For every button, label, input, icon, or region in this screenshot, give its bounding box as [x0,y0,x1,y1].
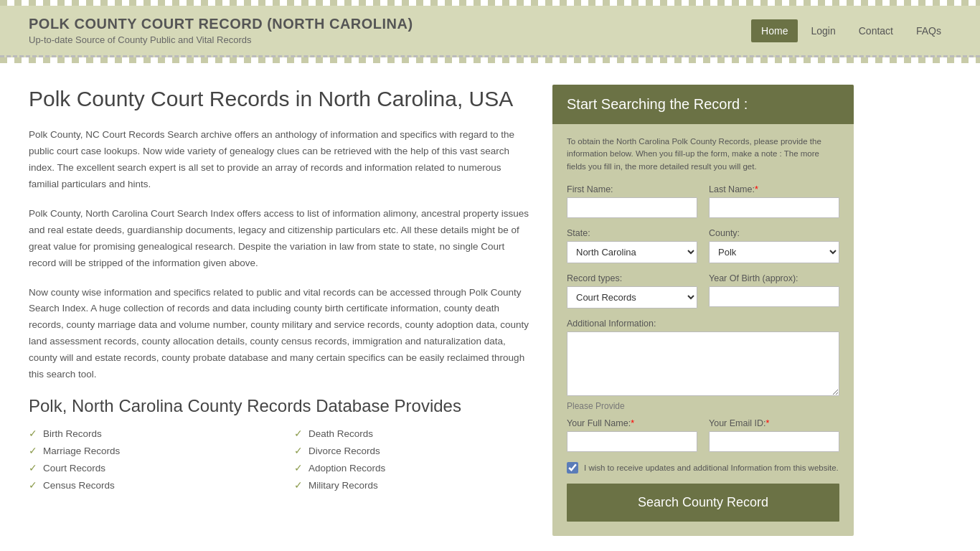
records-list: ✓ Birth Records ✓ Death Records ✓ Marria… [29,428,531,491]
site-title: POLK COUNTY COURT RECORD (NORTH CAROLINA… [29,16,413,32]
first-name-label: First Name: [567,184,697,194]
year-of-birth-input[interactable] [709,286,839,307]
list-item: ✓ Census Records [29,479,265,491]
nav-faqs[interactable]: FAQs [906,19,951,42]
state-group: State: North Carolina Alabama Alaska Ari… [567,228,697,263]
main-container: Polk County Court Records in North Carol… [0,63,980,551]
list-item: ✓ Court Records [29,462,265,474]
additional-info-label: Additional Information: [567,319,839,329]
record-label: Military Records [308,480,378,491]
record-label: Divorce Records [308,446,380,456]
last-name-input[interactable] [709,197,839,218]
page-title: Polk County Court Records in North Carol… [29,85,531,113]
check-icon: ✓ [294,428,303,439]
additional-info-textarea[interactable] [567,331,839,396]
paragraph-2: Polk County, North Carolina Court Search… [29,206,531,272]
record-label: Marriage Records [43,446,120,456]
email-input[interactable] [709,431,839,452]
county-select[interactable]: Polk Alamance Alexander [709,241,839,263]
check-icon: ✓ [29,428,37,439]
record-year-row: Record types: Court Records Birth Record… [567,273,839,309]
check-icon: ✓ [29,445,37,456]
list-item: ✓ Adoption Records [294,462,531,474]
list-item: ✓ Birth Records [29,428,265,439]
last-name-group: Last Name:* [709,184,839,218]
record-types-group: Record types: Court Records Birth Record… [567,273,697,309]
email-label: Your Email ID:* [709,418,839,428]
search-form-container: Start Searching the Record : To obtain t… [552,85,854,536]
paragraph-3: Now county wise information and specific… [29,285,531,384]
record-types-label: Record types: [567,273,697,283]
year-of-birth-group: Year Of Birth (approx): [709,273,839,309]
section-title: Polk, North Carolina County Records Data… [29,396,531,416]
paragraph-1: Polk County, NC Court Records Search arc… [29,127,531,193]
email-group: Your Email ID:* [709,418,839,452]
form-header: Start Searching the Record : [552,85,854,124]
list-item: ✓ Marriage Records [29,445,265,456]
record-label: Birth Records [43,428,102,439]
record-types-select[interactable]: Court Records Birth Records Death Record… [567,286,697,309]
site-header: POLK COUNTY COURT RECORD (NORTH CAROLINA… [0,6,980,57]
site-subtitle: Up-to-date Source of County Public and V… [29,34,413,45]
contact-row: Your Full Name:* Your Email ID:* [567,418,839,452]
check-icon: ✓ [294,479,303,491]
header-bottom-border [0,57,980,63]
list-item: ✓ Death Records [294,428,531,439]
year-of-birth-label: Year Of Birth (approx): [709,273,839,283]
record-label: Adoption Records [308,463,385,474]
full-name-group: Your Full Name:* [567,418,697,452]
state-county-row: State: North Carolina Alabama Alaska Ari… [567,228,839,263]
full-name-label: Your Full Name:* [567,418,697,428]
nav-contact[interactable]: Contact [849,19,903,42]
header-left: POLK COUNTY COURT RECORD (NORTH CAROLINA… [29,16,413,45]
left-content: Polk County Court Records in North Carol… [29,85,531,536]
full-name-input[interactable] [567,431,697,452]
county-label: County: [709,228,839,238]
nav-home[interactable]: Home [751,19,798,42]
right-sidebar: Start Searching the Record : To obtain t… [552,85,854,536]
header-top-border [0,0,980,6]
check-icon: ✓ [29,462,37,474]
list-item: ✓ Military Records [294,479,531,491]
form-description: To obtain the North Carolina Polk County… [567,136,839,173]
last-name-label: Last Name:* [709,184,839,194]
form-title: Start Searching the Record : [567,96,839,113]
first-name-input[interactable] [567,197,697,218]
search-county-record-button[interactable]: Search County Record [567,484,839,522]
newsletter-row: I wish to receive updates and additional… [567,462,839,474]
record-label: Court Records [43,463,105,474]
additional-info-group: Additional Information: [567,319,839,398]
newsletter-label: I wish to receive updates and additional… [584,463,839,472]
form-body: To obtain the North Carolina Polk County… [552,124,854,536]
record-label: Census Records [43,480,115,491]
check-icon: ✓ [294,445,303,456]
list-item: ✓ Divorce Records [294,445,531,456]
check-icon: ✓ [29,479,37,491]
newsletter-checkbox[interactable] [567,462,578,474]
nav-login[interactable]: Login [801,19,845,42]
state-label: State: [567,228,697,238]
state-select[interactable]: North Carolina Alabama Alaska Arizona [567,241,697,263]
check-icon: ✓ [294,462,303,474]
name-row: First Name: Last Name:* [567,184,839,218]
first-name-group: First Name: [567,184,697,218]
header-nav: Home Login Contact FAQs [751,19,951,42]
please-provide-label: Please Provide [567,401,839,411]
record-label: Death Records [308,428,373,439]
county-group: County: Polk Alamance Alexander [709,228,839,263]
